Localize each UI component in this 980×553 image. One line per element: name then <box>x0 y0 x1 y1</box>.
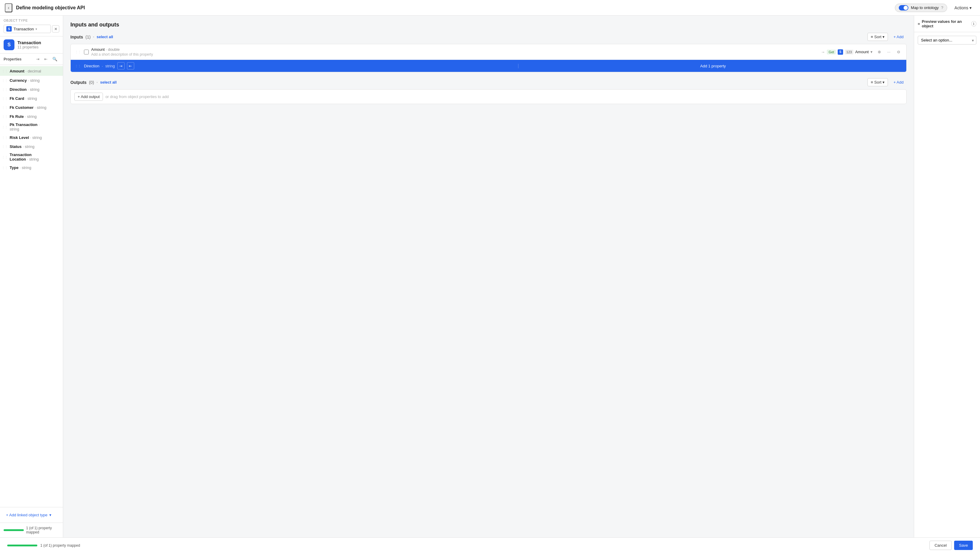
property-name: Direction · string <box>10 87 47 92</box>
arrow-right-icon: → <box>821 49 825 54</box>
property-export-button[interactable]: ⇤ <box>54 143 60 149</box>
toggle-switch-icon <box>899 5 908 11</box>
property-export-button[interactable]: ⇤ <box>54 95 60 101</box>
map-to-ontology-toggle[interactable]: Map to ontology ? <box>895 3 947 12</box>
property-export-button[interactable]: ⇤ <box>54 124 60 130</box>
add-output-row: + Add output or drag from object propert… <box>71 90 906 104</box>
object-card-info: Transaction 11 properties <box>18 40 41 49</box>
property-export-button[interactable]: ⇤ <box>54 113 60 119</box>
back-button[interactable]: ‹ <box>5 3 12 12</box>
list-item[interactable]: ⋮⋮ Type · string ⇥ ⇤ <box>0 163 63 172</box>
help-icon[interactable]: ? <box>941 5 943 10</box>
property-name: Type · string <box>10 165 47 170</box>
list-item[interactable]: ⋮⋮ Transaction Location · string ⇥ ⇤ <box>0 151 63 163</box>
direction-export-button[interactable]: ⇤ <box>127 62 134 70</box>
property-import-button[interactable]: ⇥ <box>48 77 54 83</box>
export-properties-button[interactable]: ⇤ <box>43 56 49 62</box>
property-export-button[interactable]: ⇤ <box>54 104 60 110</box>
list-item[interactable]: ⋮⋮ Direction · string ⇥ ⇤ <box>0 85 63 94</box>
list-item[interactable]: ⋮⋮ Fk Card · string ⇥ ⇤ <box>0 94 63 103</box>
properties-list: ⋮⋮ Amount · decimal → ⇤ ⋮⋮ Currency · st… <box>0 65 63 507</box>
info-icon[interactable]: ℹ <box>971 21 977 27</box>
page-title: Define modeling objective API <box>16 5 891 11</box>
inputs-section-header: Inputs (1) · select all ≡ Sort ▾ + Add <box>70 33 907 41</box>
list-item[interactable]: ⋮⋮ Pk Transaction · string ⇥ ⇤ <box>0 121 63 133</box>
chevron-down-icon: ▾ <box>35 27 37 31</box>
outputs-card: + Add output or drag from object propert… <box>70 89 907 104</box>
property-import-button[interactable]: ⇥ <box>48 113 54 119</box>
list-item[interactable]: ⋮⋮ Fk Customer · string ⇥ ⇤ <box>0 103 63 112</box>
cancel-button[interactable]: Cancel <box>929 541 952 550</box>
object-type-name: Transaction <box>14 27 34 31</box>
add-property-button[interactable]: Add 1 property <box>518 64 903 68</box>
sort-chevron-icon: ▾ <box>883 35 885 39</box>
property-import-button[interactable]: ⇥ <box>48 104 54 110</box>
drag-handle-icon: ⋮⋮ <box>1 79 8 82</box>
bottom-progress-bar-background <box>7 545 37 547</box>
property-export-button[interactable]: ⇤ <box>54 77 60 83</box>
direction-drag-handle-icon[interactable]: ⋮⋮ <box>74 64 81 68</box>
list-item[interactable]: ⋮⋮ Currency · string ⇥ ⇤ <box>0 76 63 85</box>
list-item[interactable]: ⋮⋮ Amount · decimal → ⇤ <box>0 66 63 76</box>
actions-button[interactable]: Actions ▾ <box>951 3 975 12</box>
property-export-button[interactable]: ⇤ <box>54 134 60 140</box>
table-row: ⋮⋮ Amount · double Add a short descripti… <box>71 44 906 60</box>
property-import-button[interactable]: ⇥ <box>48 134 54 140</box>
add-linked-object-type-button[interactable]: + Add linked object type ▾ <box>3 511 59 519</box>
amount-remove-button[interactable]: ⊖ <box>894 48 903 56</box>
property-type: · string <box>22 145 34 149</box>
amount-settings-button[interactable]: ⊕ <box>875 48 883 56</box>
preview-icon: ≡ <box>918 22 920 26</box>
right-panel-title: ≡ Preview values for an object <box>918 19 971 28</box>
sidebar-footer: + Add linked object type ▾ <box>0 507 63 523</box>
preview-select-wrapper: Select an option... <box>918 36 977 44</box>
inputs-add-button[interactable]: + Add <box>890 33 907 41</box>
drag-handle-icon: ⋮⋮ <box>1 126 8 129</box>
list-item[interactable]: ⋮⋮ Risk Level · string ⇥ ⇤ <box>0 133 63 142</box>
list-item[interactable]: ⋮⋮ Status · string ⇥ ⇤ <box>0 142 63 151</box>
property-export-button[interactable]: ⇤ <box>54 164 60 170</box>
search-properties-button[interactable]: 🔍 <box>51 56 59 62</box>
properties-label: Properties <box>3 57 21 61</box>
property-export-button[interactable]: ⇤ <box>54 68 60 74</box>
outputs-sort-button[interactable]: ≡ Sort ▾ <box>867 78 888 86</box>
import-properties-button[interactable]: ⇥ <box>34 56 41 62</box>
amount-row-mapping: → Get S 123 Amount ▾ <box>821 49 873 55</box>
save-button[interactable]: Save <box>954 541 973 550</box>
progress-bar-fill <box>3 529 24 531</box>
property-import-button[interactable]: ⇥ <box>48 124 54 130</box>
imported-icon: → <box>47 68 54 74</box>
drag-handle-icon[interactable]: ⋮⋮ <box>74 50 81 54</box>
close-object-type-button[interactable]: ✕ <box>52 25 59 32</box>
property-type: · string <box>19 165 31 170</box>
property-import-button[interactable]: ⇥ <box>48 164 54 170</box>
bottom-left: 1 (of 1) property mapped <box>7 543 80 548</box>
amount-row-actions: ⊕ ··· ⊖ <box>875 48 903 56</box>
inputs-count: (1) <box>86 35 91 40</box>
outputs-select-all-link[interactable]: select all <box>100 80 117 84</box>
direction-import-button[interactable]: ⇥ <box>117 62 124 70</box>
property-export-button[interactable]: ⇤ <box>54 86 60 92</box>
property-import-button[interactable]: ⇥ <box>48 143 54 149</box>
property-import-button[interactable]: ⇥ <box>48 154 54 160</box>
preview-select[interactable]: Select an option... <box>918 36 977 44</box>
outputs-add-button[interactable]: + Add <box>890 78 907 86</box>
inputs-sort-button[interactable]: ≡ Sort ▾ <box>867 33 888 41</box>
outputs-sort-chevron-icon: ▾ <box>883 80 885 84</box>
properties-header: Properties ⇥ ⇤ 🔍 <box>0 54 63 65</box>
amount-more-button[interactable]: ··· <box>885 48 893 56</box>
mapping-dropdown-icon[interactable]: ▾ <box>870 49 873 54</box>
amount-row-checkbox[interactable] <box>84 49 89 54</box>
outputs-count: (0) <box>89 80 94 85</box>
inputs-select-all-link[interactable]: select all <box>97 35 113 39</box>
center-content: Inputs and outputs Inputs (1) · select a… <box>63 16 914 537</box>
add-output-button[interactable]: + Add output <box>74 93 103 101</box>
drag-handle-icon: ⋮⋮ <box>1 166 8 169</box>
object-type-dropdown[interactable]: S Transaction ▾ <box>3 25 51 33</box>
top-bar: ‹ Define modeling objective API Map to o… <box>0 0 980 16</box>
get-badge: Get <box>827 49 836 54</box>
list-item[interactable]: ⋮⋮ Fk Rule · string ⇥ ⇤ <box>0 112 63 121</box>
property-import-button[interactable]: ⇥ <box>48 86 54 92</box>
property-export-button[interactable]: ⇤ <box>54 154 60 160</box>
property-import-button[interactable]: ⇥ <box>48 95 54 101</box>
